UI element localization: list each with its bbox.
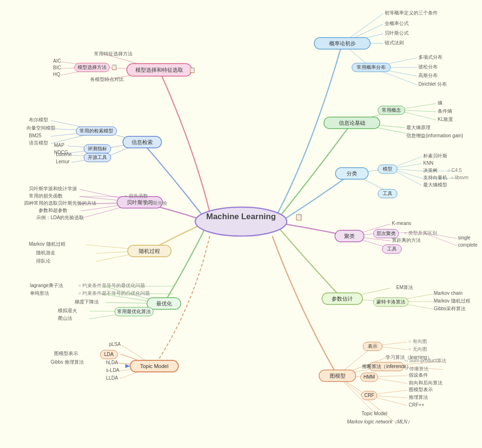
leaf-label: 向量空间模型 [27, 125, 55, 131]
leaf-label: Topic Model [362, 411, 387, 416]
leaf-label: MAP [54, 143, 65, 148]
leaf-label: ○ C4.5 [447, 168, 462, 173]
leaf-label: 表示 [368, 343, 377, 349]
leaf-label: 朴素贝叶斯 [423, 153, 447, 158]
leaf-label: 蒙特卡洛算法 [376, 299, 405, 304]
leaf-label: AIC [53, 58, 61, 64]
leaf-label: 多项式分布 [418, 54, 442, 60]
leaf-label: 各模型特点对比 [90, 77, 124, 82]
leaf-label: 支持向量机 [423, 175, 447, 180]
node-infosearch-label: 信息检索 [132, 139, 153, 145]
leaf-label: 模型 [383, 166, 392, 171]
leaf-label: 推理算法 [409, 395, 428, 400]
leaf-label: 信息增益(information gain) [406, 133, 463, 138]
leaf-label: s-LDA [106, 368, 120, 373]
leaf-label: KNN [423, 160, 433, 166]
node-graphmodel-label: 图模型 [330, 373, 346, 379]
leaf-label: K-means [392, 221, 411, 226]
node-cluster-label: 聚类 [344, 233, 355, 239]
leaf-label: lagrange乘子法 [30, 283, 63, 288]
leaf-label: complete [458, 242, 478, 248]
node-modelselect-icon: 📋 [189, 66, 196, 73]
node-prob-label: 概率论初步 [329, 40, 356, 46]
leaf-label: 示例：LDA的先验选取 [36, 215, 84, 220]
leaf-label: 布尔模型 [29, 117, 48, 122]
leaf-label: 参数和超参数 [39, 208, 67, 213]
leaf-label: LDA [104, 352, 114, 357]
leaf-label: HMM [363, 374, 375, 380]
leaf-label: Gibbs采样算法 [434, 306, 466, 311]
leaf-label: 排队论 [36, 258, 51, 264]
node-modelselect-label: 模型选择和特征选取 [135, 67, 183, 73]
leaf-label: 初等概率定义的三个条件 [385, 10, 438, 15]
node-classify-label: 分类 [347, 171, 357, 176]
center-node-ellipse [195, 207, 287, 236]
leaf-label: ○ 约束条件是等号的最优化问题 [78, 283, 145, 288]
leaf-label: ○ 传播算法 [405, 366, 428, 371]
leaf-label: HQ [53, 72, 60, 77]
leaf-label: 模型选择方法 [78, 65, 107, 70]
leaf-label: 算距离的方法 [392, 237, 421, 243]
leaf-label: Lucene [56, 152, 72, 157]
center-node-label: Machine Learning [206, 212, 276, 221]
mindmap-svg: Machine Learning 📋 模型选择和特征选取 📋 信息检索 贝叶斯学… [0, 0, 482, 448]
leaf-label: ○ Sum-product算法 [405, 358, 446, 363]
leaf-label: 玻松分布 [418, 64, 438, 69]
leaf-label: Gibbs 推理算法 [51, 359, 84, 365]
leaf-label: hLDA [106, 360, 118, 365]
leaf-label: Markov 随机过程 [29, 241, 66, 247]
leaf-label: 单纯形法 [30, 290, 49, 296]
leaf-label: 四种常用的选取贝叶斯先验的方法 [24, 200, 96, 206]
leaf-label: 链式法则 [384, 40, 404, 45]
leaf-label: BIC [53, 65, 61, 70]
leaf-label: 条件熵 [438, 108, 452, 114]
leaf-label: ○ 约束条件是不等号的凸优化问题 [78, 290, 150, 296]
leaf-label: 全概率公式 [385, 21, 409, 26]
leaf-label: ○ 类型及其区别 [404, 230, 437, 236]
node-stochastic-label: 随机过程 [139, 248, 160, 254]
leaf-label: EM算法 [396, 285, 413, 290]
leaf-label: 爬山法 [58, 316, 72, 321]
leaf-label: Lemur [56, 159, 70, 164]
leaf-label: CRF++ [409, 402, 424, 408]
leaf-label: 评测指标 [88, 146, 107, 151]
leaf-label: ○ 无向图 [408, 346, 427, 352]
leaf-label: 开源工具 [88, 155, 107, 160]
leaf-label: 工具 [387, 246, 397, 251]
leaf-label: 常用最优化算法 [117, 309, 151, 314]
leaf-label: ○ libsvm [451, 175, 469, 180]
leaf-label: 梯度下降法 [74, 299, 99, 304]
leaf-icon: 📋 [111, 64, 118, 70]
node-optimize-label: 最优化 [156, 301, 172, 306]
leaf-label: 常用特征选择方法 [94, 51, 133, 56]
center-note-icon: 📋 [295, 213, 303, 221]
leaf-label: Dirichlet 分布 [418, 81, 447, 87]
leaf-label: KL散度 [438, 117, 453, 122]
leaf-label: Markov logic network（MLN） [347, 419, 412, 424]
leaf-label: 贝叶斯公式 [385, 30, 409, 36]
node-info-label: 信息论基础 [339, 120, 365, 126]
leaf-label: ○ 损失函数 [124, 193, 148, 198]
leaf-label: ○ 有向图 [408, 339, 427, 344]
leaf-label: 常用的损失函数 [29, 193, 63, 198]
leaf-label: 图模型表示 [54, 351, 78, 356]
leaf-label: 前向和后向算法 [409, 380, 442, 385]
leaf-label: 贝叶斯学派和统计学派 [29, 186, 77, 191]
leaf-label: Markov chain [434, 290, 462, 296]
node-topicmodel-label: Topic Model [140, 363, 169, 369]
leaf-label: single [458, 235, 471, 240]
leaf-label: Markov 随机过程 [434, 298, 470, 303]
node-paramest-label: 参数估计 [332, 296, 353, 302]
leaf-label: LLDA [106, 375, 118, 381]
leaf-label: 语言模型 [29, 140, 48, 145]
leaf-label: 高斯分布 [418, 73, 438, 78]
leaf-label: pLSA [109, 342, 121, 347]
leaf-label: 模拟退火 [58, 308, 77, 313]
leaf-label: 常用概念 [382, 107, 401, 113]
leaf-label: 常用概率分布 [357, 65, 386, 70]
leaf-label: 图模型表示 [409, 387, 433, 392]
leaf-label: CRF [364, 393, 375, 398]
leaf-label: 假设条件 [409, 372, 428, 378]
leaf-label: 决策树 [423, 168, 438, 173]
leaf-label: 熵 [438, 100, 442, 105]
